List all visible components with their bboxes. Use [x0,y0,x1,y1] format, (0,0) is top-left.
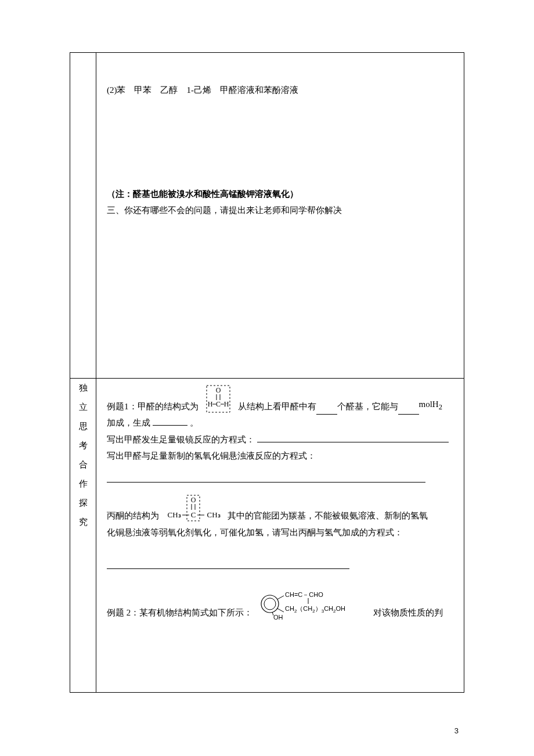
row2-left-cell: 独 立 思 考 合 作 探 究 [70,379,96,693]
vlabel-char: 考 [79,436,88,455]
vlabel-char: 思 [79,417,88,436]
svg-text:CH2（CH2）3CH2OH: CH2（CH2）3CH2OH [285,605,345,614]
acetone-structure-icon: O CH₃ C CH₃ [161,494,225,524]
blank-silver-mirror-eq [257,433,449,442]
ex1-text-g: 写出甲醛发生足量银镜反应的方程式： [107,435,255,444]
ex1-text-d: molH2 [419,396,442,415]
label-branch1: CH=C－CHO [285,591,323,598]
ex1-text-f: 。 [190,418,199,427]
vlabel-char: 作 [79,474,88,494]
line-question: 三、你还有哪些不会的问题，请提出来让老师和同学帮你解决 [107,202,453,219]
svg-line-20 [277,596,284,599]
example1-line1: 例题1：甲醛的结构式为 O H [107,384,453,415]
formaldehyde-structure-icon: O H C H [201,384,236,415]
vlabel-char: 合 [79,455,88,474]
note-aldehyde: （注：醛基也能被溴水和酸性高锰酸钾溶液氧化） [107,186,453,203]
ex1-text-c: 个醛基，它能与 [337,398,398,415]
svg-text:CH₃: CH₃ [167,510,181,519]
ex2-text-b: 对该物质性质的判 [373,604,443,621]
example1-line4: 写出甲醛与足量新制的氢氧化铜悬浊液反应的方程式： [107,448,453,465]
ketone-text-a: 丙酮的结构为 [107,507,159,524]
blank-mol-h2 [398,405,419,415]
acetone-line1: 丙酮的结构为 O CH₃ C CH₃ [107,494,453,524]
blank-product [153,416,187,426]
page-number: 3 [454,724,459,739]
row2-content-cell: 例题1：甲醛的结构式为 O H [96,379,464,693]
svg-text:H: H [223,400,229,408]
blank-acetone-h2-eq [107,560,349,569]
svg-text:O: O [215,386,221,394]
ex1-text-a: 例题1：甲醛的结构式为 [107,398,199,415]
svg-text:C: C [191,510,196,519]
row1-content-cell: (2)苯 甲苯 乙醇 1-己烯 甲醛溶液和苯酚溶液 （注：醛基也能被溴水和酸性高… [96,53,464,379]
example2-line: 例题 2：某有机物结构简式如下所示： OH [107,586,453,621]
vlabel-char: 探 [79,494,88,513]
line-substances: (2)苯 甲苯 乙醇 1-己烯 甲醛溶液和苯酚溶液 [107,82,453,99]
example1-line2: 加成，生成 。 [107,415,453,431]
svg-text:CH₃: CH₃ [207,510,220,519]
ketone-text-c: 化铜悬浊液等弱氧化剂氧化，可催化加氢，请写出丙酮与氢气加成的方程式： [107,524,453,541]
svg-point-19 [264,598,276,610]
svg-text:H: H [207,400,212,408]
ex2-text-a: 例题 2：某有机物结构简式如下所示： [107,604,252,621]
worksheet-table: (2)苯 甲苯 乙醇 1-己烯 甲醛溶液和苯酚溶液 （注：醛基也能被溴水和酸性高… [70,52,464,693]
ex1-text-b: 从结构上看甲醛中有 [238,398,316,415]
svg-line-21 [277,609,284,612]
svg-text:O: O [191,496,196,504]
example1-line3: 写出甲醛发生足量银镜反应的方程式： [107,431,453,448]
phenol-compound-structure-icon: OH CH=C－CHO CH2（CH2）3CH2OH [255,586,371,621]
vertical-label: 独 立 思 考 合 作 探 究 [73,379,93,532]
vlabel-char: 立 [79,398,88,417]
blank-aldehyde-count [316,405,337,415]
row1-left-cell [70,53,96,379]
blank-cuoh2-eq [107,468,425,483]
svg-text:C: C [215,400,220,408]
vlabel-char: 独 [79,379,88,398]
ketone-text-b: 其中的官能团为羰基，不能被银氨溶液、新制的氢氧 [228,507,428,524]
ex1-text-e: 加成，生成 [107,418,150,427]
vlabel-char: 究 [79,513,88,532]
label-oh: OH [273,614,283,621]
